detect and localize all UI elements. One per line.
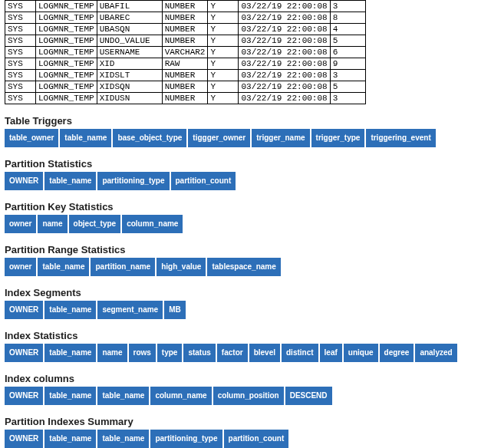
column-tag: table_name (44, 172, 96, 190)
cell: NUMBER (162, 70, 208, 81)
column-tag: type (157, 344, 183, 362)
tag-row: OWNERtable_nametable_namepartitioning_ty… (5, 430, 491, 448)
column-tag: partition_count (224, 430, 289, 448)
column-tag: analyzed (415, 344, 456, 362)
cell: NUMBER (162, 81, 208, 93)
cell: 9 (330, 58, 365, 70)
column-tag: OWNER (5, 172, 43, 190)
column-tag: unique (344, 344, 378, 362)
cell: XID (97, 58, 162, 70)
tag-row: table_ownertable_namebase_object_typetig… (5, 129, 491, 147)
cell: UNDO_VALUE (97, 35, 162, 47)
tag-row: ownertable_namepartition_namehigh_valuet… (5, 258, 491, 276)
column-tag: column_name (150, 387, 211, 405)
cell: NUMBER (162, 24, 208, 35)
cell: SYS (5, 93, 36, 104)
section-title: Partition Indexes Summary (5, 416, 491, 427)
cell: 3 (330, 93, 365, 104)
cell: Y (208, 47, 239, 58)
column-tag: trigger_type (311, 129, 365, 147)
cell: 03/22/19 22:00:08 (239, 24, 330, 35)
cell: 4 (330, 24, 365, 35)
tag-row: OWNERtable_nametable_namecolumn_namecolu… (5, 387, 491, 405)
cell: SYS (5, 58, 36, 70)
cell: 03/22/19 22:00:08 (239, 1, 330, 12)
column-tag: trigger_name (252, 129, 309, 147)
column-tag: degree (380, 344, 414, 362)
cell: Y (208, 93, 239, 104)
column-tag: blevel (249, 344, 280, 362)
column-tag: tablespace_name (207, 258, 280, 276)
cell: SYS (5, 12, 36, 24)
cell: Y (208, 1, 239, 12)
cell: USERNAME (97, 47, 162, 58)
column-tag: column_position (213, 387, 284, 405)
column-tag: column_name (122, 215, 183, 233)
cell: Y (208, 81, 239, 93)
cell: LOGMNR_TEMP (36, 47, 97, 58)
table-row: SYSLOGMNR_TEMPXIDSQNNUMBERY03/22/19 22:0… (5, 81, 366, 93)
schema-table: SYSLOGMNR_TEMPUBAFILNUMBERY03/22/19 22:0… (5, 0, 366, 104)
column-tag: table_name (44, 301, 96, 319)
cell: 03/22/19 22:00:08 (239, 58, 330, 70)
tag-row: OWNERtable_namesegment_nameMB (5, 301, 491, 319)
column-tag: distinct (282, 344, 318, 362)
section-title: Index Statistics (5, 330, 491, 341)
column-tag: partitioning_type (150, 430, 222, 448)
column-tag: name (38, 215, 67, 233)
column-tag: name (97, 344, 127, 362)
cell: LOGMNR_TEMP (36, 70, 97, 81)
cell: XIDUSN (97, 93, 162, 104)
cell: UBAREC (97, 12, 162, 24)
cell: NUMBER (162, 12, 208, 24)
cell: 3 (330, 1, 365, 12)
column-tag: status (183, 344, 215, 362)
cell: 5 (330, 35, 365, 47)
cell: VARCHAR2 (162, 47, 208, 58)
cell: SYS (5, 47, 36, 58)
section-title: Index Segments (5, 287, 491, 298)
tag-row: OWNERtable_namenamerowstypestatusfactorb… (5, 344, 491, 362)
column-tag: table_name (97, 430, 149, 448)
section-title: Index columns (5, 373, 491, 384)
cell: UBAFIL (97, 1, 162, 12)
cell: 3 (330, 70, 365, 81)
cell: NUMBER (162, 1, 208, 12)
table-row: SYSLOGMNR_TEMPUBASQNNUMBERY03/22/19 22:0… (5, 24, 366, 35)
cell: Y (208, 24, 239, 35)
column-tag: table_owner (5, 129, 58, 147)
tag-row: ownernameobject_typecolumn_name (5, 215, 491, 233)
table-row: SYSLOGMNR_TEMPXIDUSNNUMBERY03/22/19 22:0… (5, 93, 366, 104)
column-tag: triggering_event (366, 129, 435, 147)
cell: Y (208, 70, 239, 81)
section-title: Partition Key Statistics (5, 201, 491, 212)
column-tag: OWNER (5, 430, 43, 448)
column-tag: object_type (69, 215, 121, 233)
cell: 8 (330, 12, 365, 24)
column-tag: factor (217, 344, 248, 362)
cell: 03/22/19 22:00:08 (239, 81, 330, 93)
cell: 03/22/19 22:00:08 (239, 35, 330, 47)
column-tag: partition_name (91, 258, 155, 276)
cell: 03/22/19 22:00:08 (239, 47, 330, 58)
cell: LOGMNR_TEMP (36, 1, 97, 12)
cell: XIDSQN (97, 81, 162, 93)
cell: 03/22/19 22:00:08 (239, 70, 330, 81)
cell: LOGMNR_TEMP (36, 24, 97, 35)
table-row: SYSLOGMNR_TEMPXIDSLTNUMBERY03/22/19 22:0… (5, 70, 366, 81)
cell: UBASQN (97, 24, 162, 35)
column-tag: table_name (44, 387, 96, 405)
column-tag: leaf (320, 344, 342, 362)
cell: NUMBER (162, 93, 208, 104)
cell: NUMBER (162, 35, 208, 47)
cell: SYS (5, 1, 36, 12)
cell: RAW (162, 58, 208, 70)
table-row: SYSLOGMNR_TEMPXIDRAWY03/22/19 22:00:089 (5, 58, 366, 70)
column-tag: high_value (157, 258, 206, 276)
section-title: Table Triggers (5, 115, 491, 127)
section-title: Partition Range Statistics (5, 244, 491, 255)
cell: 03/22/19 22:00:08 (239, 93, 330, 104)
column-tag: OWNER (5, 301, 43, 319)
cell: SYS (5, 81, 36, 93)
cell: Y (208, 58, 239, 70)
